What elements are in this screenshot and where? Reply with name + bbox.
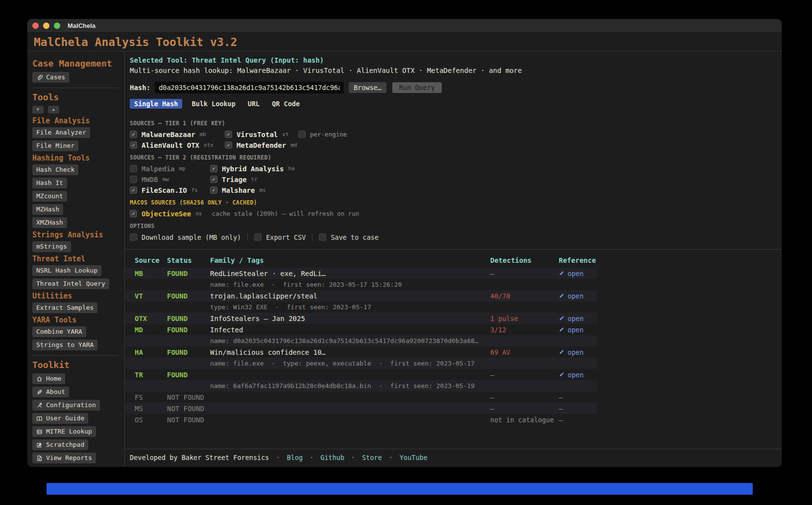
mwdb-checkbox[interactable] [130, 176, 137, 183]
virustotal-checkbox[interactable]: ✓ [225, 131, 232, 138]
save-to-case-checkbox[interactable] [319, 233, 326, 241]
scroll-up-button[interactable]: ▲ [48, 106, 59, 114]
sidebar-item-label: NSRL Hash Lookup [36, 267, 97, 275]
sidebar-item-configuration[interactable]: Configuration [32, 400, 100, 411]
sidebar-item-about[interactable]: About [32, 387, 69, 397]
sidebar-item-file-analyzer[interactable]: File Analyzer [32, 127, 90, 138]
sidebar-item-xmzhash[interactable]: XMZHash [32, 217, 67, 228]
footer-separator: · [310, 454, 313, 461]
open-reference-link[interactable]: open [559, 292, 597, 300]
sidebar-item-file-miner[interactable]: File Miner [32, 140, 78, 151]
option-label: Export CSV [266, 233, 306, 241]
sidebar-item-label: XMZHash [36, 219, 63, 227]
sidebar-item-strings-to-yara[interactable]: Strings to YARA [32, 340, 97, 350]
sidebar-heading-tools: Tools [32, 92, 119, 102]
options-label: OPTIONS [130, 223, 775, 230]
sidebar-item-mitre-lookup[interactable]: MITRE Lookup [32, 426, 96, 437]
sidebar-item-home[interactable]: Home [32, 373, 65, 384]
sidebar-item-mzcount[interactable]: MZcount [32, 191, 67, 202]
sidebar-item-label: File Miner [36, 142, 74, 150]
sidebar-group-threat-intel: Threat Intel [32, 254, 119, 263]
tier1-sources: ✓MalwareBazaarmb✓VirusTotalvtper-engine✓… [130, 129, 775, 151]
source-tag: fs [191, 187, 198, 193]
malpedia-checkbox[interactable] [130, 165, 137, 172]
open-reference-link[interactable]: open [559, 270, 597, 277]
row-detail: name: file.exe · first seen: 2023-05-17 … [210, 281, 597, 288]
hybrid-analysis-checkbox[interactable]: ✓ [210, 165, 217, 172]
sidebar-item-extract-samples[interactable]: Extract Samples [32, 302, 97, 313]
titlebar[interactable]: MalChela [27, 19, 782, 33]
run-query-button[interactable]: Run Query [392, 82, 442, 93]
sidebar-item-user-guide[interactable]: User Guide [32, 413, 88, 424]
per-engine-checkbox[interactable] [298, 131, 306, 138]
alienvault-otx-checkbox[interactable]: ✓ [130, 141, 137, 149]
table-row-md: MDFOUNDInfected3/12open [126, 324, 597, 335]
row-detail: name: 6af6a7fac1197a9b12b28c0e4db8c18a.b… [210, 382, 597, 390]
status-value: FOUND [167, 348, 210, 356]
detections-value: 1 pulse [490, 315, 559, 322]
minimize-window-button[interactable] [43, 23, 49, 29]
results-divider [125, 249, 782, 250]
hash-input[interactable] [155, 82, 344, 93]
sidebar-item-label: File Analyzer [36, 129, 86, 137]
open-reference-link[interactable]: open [559, 348, 597, 356]
tab-single-hash[interactable]: Single Hash [130, 99, 182, 109]
sidebar-scroll-arrows: ▼▲ [32, 106, 119, 114]
sidebar-item-mzhash[interactable]: MZHash [32, 204, 63, 215]
open-reference-link[interactable]: open [559, 371, 597, 379]
desktop: { "colors": { "accent_orange": "#c5854f"… [0, 0, 812, 505]
sidebar: Case ManagementCasesTools▼▲File Analysis… [27, 51, 125, 467]
tab-qr-code[interactable]: QR Code [269, 99, 303, 109]
detections-value: 3/12 [490, 326, 559, 334]
malshare-checkbox[interactable]: ✓ [210, 186, 217, 194]
footer-link-store[interactable]: Store [362, 454, 382, 461]
sidebar-item-combine-yara[interactable]: Combine YARA [32, 326, 86, 337]
download-sample-mb-only-checkbox[interactable] [130, 233, 137, 241]
source-mwdb: MWDBmw [130, 176, 210, 184]
browse-button[interactable]: Browse… [349, 82, 386, 93]
sidebar-item-hash-check[interactable]: Hash Check [32, 164, 78, 175]
footer-link-blog[interactable]: Blog [287, 454, 303, 461]
sidebar-item-mstrings[interactable]: mStrings [32, 241, 71, 252]
macos-sources-label: MACOS SOURCES (SHA256 ONLY · CACHED) [130, 199, 775, 206]
malwarebazaar-checkbox[interactable]: ✓ [130, 131, 137, 138]
sidebar-item-threat-intel-query[interactable]: Threat Intel Query [32, 278, 109, 289]
tab-url[interactable]: URL [245, 99, 263, 109]
sidebar-item-hash-it[interactable]: Hash It [32, 178, 67, 188]
sidebar-item-label: Configuration [46, 401, 96, 409]
option-download-sample-mb-only: Download sample (MB only) [130, 233, 241, 241]
app-window: MalChela MalChela Analysis Toolkit v3.2 … [27, 19, 782, 467]
sidebar-item-view-reports[interactable]: View Reports [32, 453, 96, 463]
footer-link-youtube[interactable]: YouTube [400, 454, 428, 461]
source-name: MWDB [142, 176, 158, 184]
detections-value: 69 AV [490, 348, 559, 356]
table-header: Source Status Family / Tags Detections R… [126, 253, 597, 268]
triage-checkbox[interactable]: ✓ [210, 176, 217, 183]
sidebar-item-nsrl-hash-lookup[interactable]: NSRL Hash Lookup [32, 265, 101, 276]
table-row-fs: FSNOT FOUND–– [126, 391, 597, 403]
open-reference-link[interactable]: open [559, 315, 597, 322]
close-window-button[interactable] [32, 23, 39, 29]
objectivesee-checkbox[interactable]: ✓ [130, 210, 137, 217]
source-objectivesee: ✓ObjectiveSeeos [130, 210, 202, 218]
book-icon [36, 415, 43, 422]
export-csv-checkbox[interactable] [254, 233, 262, 241]
zoom-window-button[interactable] [54, 23, 60, 29]
source-code: FS [135, 393, 167, 401]
family-tags: Win/malicious_confidence_10… [210, 348, 490, 356]
open-label: open [568, 348, 584, 356]
row-detail: name: d0a2035c0431796c138a26d1c9a75142b6… [210, 337, 597, 344]
sidebar-item-scratchpad[interactable]: Scratchpad [32, 439, 88, 450]
open-reference-link[interactable]: open [559, 326, 597, 334]
sidebar-item-label: Scratchpad [46, 441, 84, 449]
sidebar-item-cases[interactable]: Cases [32, 72, 69, 83]
detections-value: – [490, 405, 559, 413]
option-label: Download sample (MB only) [142, 233, 241, 241]
filescan-io-checkbox[interactable]: ✓ [130, 186, 137, 194]
sidebar-item-label: MZHash [36, 206, 59, 213]
footer-link-github[interactable]: Github [320, 454, 344, 461]
metadefender-checkbox[interactable]: ✓ [225, 141, 232, 149]
tab-bulk-lookup[interactable]: Bulk Lookup [189, 99, 238, 109]
open-label: open [568, 270, 584, 277]
scroll-down-button[interactable]: ▼ [32, 106, 44, 114]
